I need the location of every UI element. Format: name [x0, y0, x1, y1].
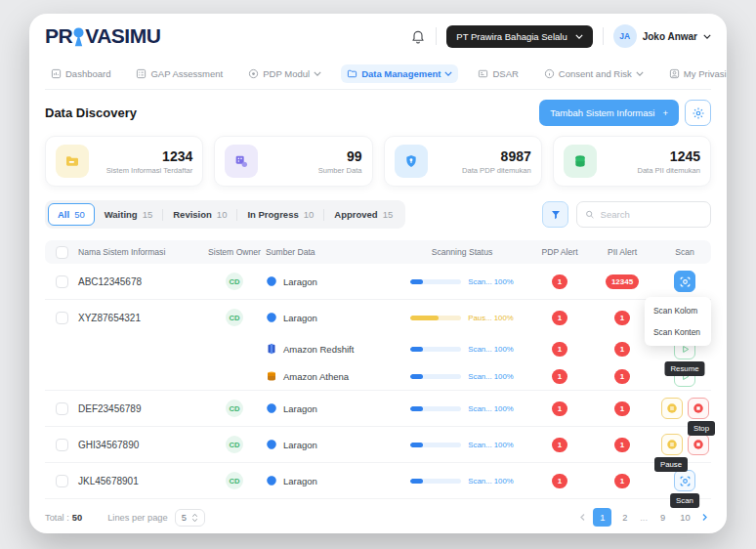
scan-status-text: Paus... 100%: [468, 314, 513, 322]
chevron-left-icon: [578, 513, 587, 522]
nav-item-dsar[interactable]: DSAR: [472, 64, 524, 83]
system-name: JKL45678901: [78, 476, 203, 486]
stat-card-sumber-data: 99 Sumber Data: [214, 136, 372, 187]
pii-alert-badge: 1: [614, 311, 630, 325]
company-name: PT Prawira Bahagia Selalu: [456, 31, 567, 42]
scan-icon: [679, 275, 692, 288]
pii-alert-badge: 1: [614, 401, 630, 416]
row-checkbox[interactable]: [56, 402, 68, 415]
company-selector[interactable]: PT Prawira Bahagia Selalu: [446, 25, 592, 48]
user-menu[interactable]: JA Joko Anwar: [613, 24, 711, 48]
filter-button[interactable]: [542, 201, 568, 228]
stop-button[interactable]: [688, 434, 709, 455]
tab-all[interactable]: All50: [48, 203, 95, 226]
top-bar: PR VASIMU PT Prawira Bahagia Selalu JA J…: [45, 14, 711, 59]
status-tabs: All50 Waiting15 Revision10 In Progress10…: [45, 200, 405, 229]
row-checkbox[interactable]: [56, 275, 68, 288]
chevron-down-icon: [575, 34, 583, 39]
add-sistem-informasi-button[interactable]: Tambah Sistem Informasi+: [539, 100, 679, 126]
stat-value: 1234: [106, 148, 192, 164]
pause-button[interactable]: [661, 398, 683, 419]
prev-page-button[interactable]: [576, 513, 589, 522]
pii-alert-badge: 1: [614, 342, 630, 357]
nav-item-gap-assessment[interactable]: GAP Assessment: [130, 64, 229, 83]
nav-item-data-management[interactable]: Data Management: [341, 64, 458, 83]
profile-icon: [669, 68, 680, 79]
stat-card-data-pdp: 8987 Data PDP ditemukan: [384, 136, 542, 187]
progress-bar: [410, 279, 461, 284]
keyhole-icon: [73, 27, 84, 47]
dashboard-icon: [51, 68, 62, 79]
tab-approved[interactable]: Approved15: [324, 203, 402, 226]
progress-bar: [410, 443, 461, 447]
menu-item-scan-kolom[interactable]: Scan Kolom: [645, 300, 711, 321]
logo-text-prefix: PR: [45, 24, 72, 48]
progress-bar: [410, 374, 461, 379]
scan-button[interactable]: [674, 271, 695, 292]
tab-revision[interactable]: Revision10: [163, 203, 236, 226]
folder-icon: [347, 68, 357, 79]
col-scanning-status: Scanning Status: [391, 247, 533, 257]
amazon-athena-icon: [266, 370, 277, 382]
notification-bell-icon[interactable]: [410, 28, 426, 44]
page-button-2[interactable]: 2: [615, 508, 634, 527]
tab-in-progress[interactable]: In Progress10: [237, 203, 323, 226]
owner-badge: CD: [226, 309, 243, 326]
table-row: ABC12345678 CD Laragon Scan... 100% 1 12…: [45, 264, 711, 300]
search-input[interactable]: [601, 209, 702, 220]
row-checkbox[interactable]: [56, 439, 68, 451]
search-box: [576, 201, 711, 228]
select-all-checkbox[interactable]: [56, 246, 68, 259]
chevron-down-icon: [444, 71, 452, 76]
stat-value: 1245: [637, 148, 700, 164]
resume-tooltip: Resume: [664, 361, 704, 376]
chevron-down-icon: [703, 34, 711, 39]
stop-button[interactable]: [688, 398, 709, 419]
tab-waiting[interactable]: Waiting15: [95, 203, 163, 226]
stat-label: Sumber Data: [318, 166, 362, 175]
next-page-button[interactable]: [698, 513, 711, 522]
scan-button[interactable]: [674, 470, 695, 491]
data-source-icon: [225, 145, 258, 178]
page-button-10[interactable]: 10: [676, 508, 694, 527]
source-name: Laragon: [283, 476, 317, 486]
owner-badge: CD: [226, 436, 243, 453]
system-name: ABC12345678: [78, 276, 203, 287]
nav-item-pdp-modul[interactable]: PDP Modul: [242, 64, 327, 83]
pause-button[interactable]: [661, 434, 683, 455]
main-nav: Dashboard GAP Assessment PDP Modul Data …: [45, 59, 711, 90]
nav-item-dashboard[interactable]: Dashboard: [45, 64, 116, 83]
page-title: Data Discovery: [45, 106, 137, 120]
main-window: PR VASIMU PT Prawira Bahagia Selalu JA J…: [29, 14, 727, 533]
pdp-alert-badge: 1: [552, 342, 567, 357]
laragon-icon: [266, 275, 277, 287]
card-icon: [478, 68, 488, 79]
source-name: Amazon Redshift: [283, 344, 354, 355]
divider: [436, 27, 437, 45]
nav-item-my-privasimu[interactable]: My Privasimu: [663, 64, 727, 83]
scan-status-text: Scan... 100%: [468, 441, 513, 449]
row-checkbox[interactable]: [56, 312, 68, 324]
module-icon: [248, 68, 259, 79]
chevron-down-icon: [636, 71, 644, 76]
amazon-redshift-icon: [266, 343, 277, 355]
scan-status-text: Scan... 100%: [468, 477, 513, 486]
checklist-icon: [136, 68, 147, 79]
page-button-9[interactable]: 9: [653, 508, 672, 527]
pause-tooltip: Pause: [654, 457, 688, 472]
pii-alert-badge: 12345: [606, 274, 639, 289]
table-row: JKL45678901 CD Laragon Scan... 100% 1 1 …: [45, 463, 711, 499]
shield-icon: [395, 145, 428, 178]
menu-item-scan-konten[interactable]: Scan Konten: [645, 321, 711, 343]
pdp-alert-badge: 1: [552, 274, 567, 289]
settings-button[interactable]: [685, 100, 711, 126]
laragon-icon: [266, 312, 277, 323]
lines-per-page-stepper[interactable]: 5: [175, 509, 205, 527]
source-name: Laragon: [283, 276, 317, 287]
row-checkbox[interactable]: [56, 475, 68, 487]
page-button-1[interactable]: 1: [593, 508, 611, 527]
owner-badge: CD: [226, 400, 243, 417]
laragon-icon: [266, 402, 277, 414]
nav-item-consent-and-risk[interactable]: Consent and Risk: [538, 64, 650, 83]
total-value: 50: [72, 513, 82, 523]
